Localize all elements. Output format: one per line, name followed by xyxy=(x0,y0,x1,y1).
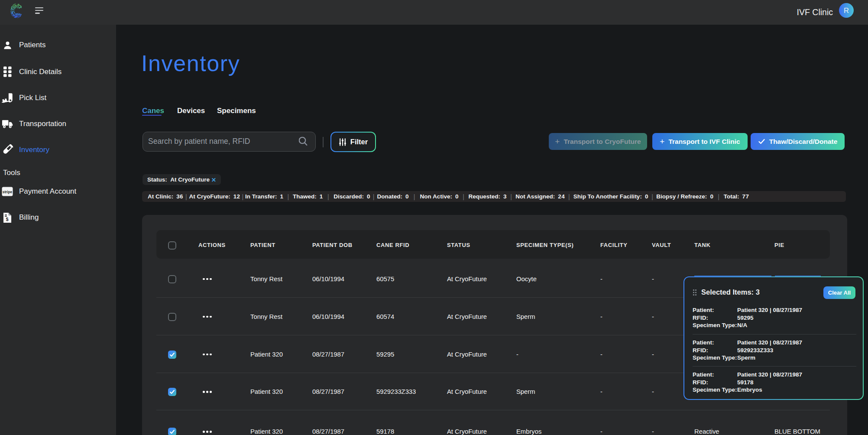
svg-text:$: $ xyxy=(6,216,8,221)
svg-text:stripe: stripe xyxy=(3,190,13,194)
